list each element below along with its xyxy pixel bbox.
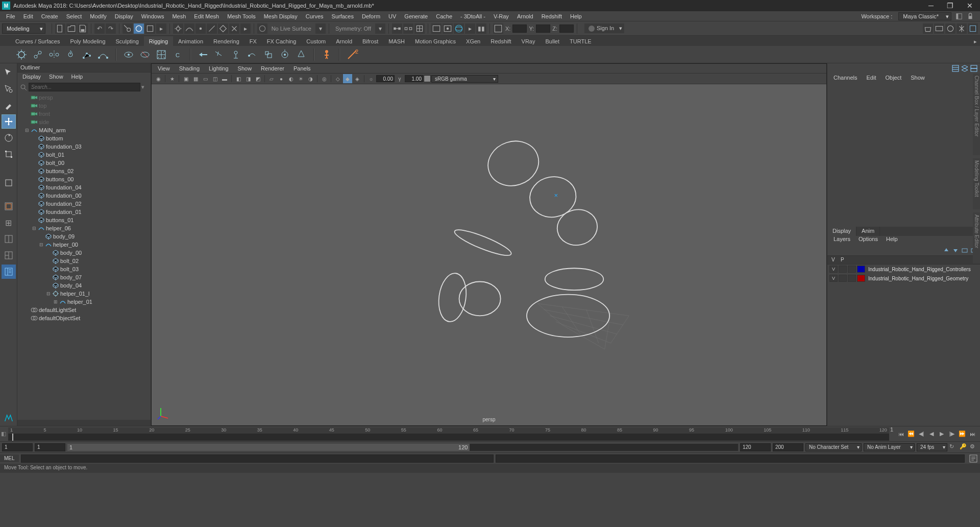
select-by-component-icon[interactable]	[145, 23, 155, 34]
snap-live-icon[interactable]	[229, 23, 239, 34]
constraint-orient-icon[interactable]	[245, 47, 259, 62]
hypershade-icon[interactable]	[945, 23, 955, 34]
live-surface-icon[interactable]	[257, 23, 267, 34]
shelf-tab[interactable]: Curves / Surfaces	[10, 36, 65, 46]
outliner-item[interactable]: defaultLightSet	[17, 306, 151, 314]
menu-vray[interactable]: V-Ray	[489, 12, 513, 20]
horizontal-scrollbar[interactable]	[17, 420, 151, 426]
outliner-item[interactable]: ⊞helper_01	[17, 298, 151, 306]
resolution-gate-icon[interactable]: ◫	[210, 74, 219, 83]
shelf-tab[interactable]: Bullet	[541, 36, 565, 46]
scale-tool-icon[interactable]	[2, 147, 16, 161]
close-button[interactable]: ✕	[964, 2, 976, 10]
layout-three-icon[interactable]	[2, 248, 16, 262]
outliner-item[interactable]: foundation_03	[17, 142, 151, 151]
script-editor-icon[interactable]	[969, 454, 978, 463]
outliner-item[interactable]: bolt_02	[17, 257, 151, 265]
menu-display[interactable]: Display	[111, 12, 137, 20]
menu-3dtoall[interactable]: - 3DtoAll -	[456, 12, 489, 20]
outliner-item[interactable]: body_00	[17, 249, 151, 257]
shelf-tab[interactable]: MASH	[383, 36, 410, 46]
layer-type[interactable]	[848, 275, 856, 282]
shelf-tab[interactable]: FX Caching	[262, 36, 301, 46]
move-up-icon[interactable]	[942, 246, 950, 254]
layer-tab-anim[interactable]: Anim	[856, 227, 880, 236]
shelf-tab[interactable]: Animation	[173, 36, 208, 46]
outliner-item[interactable]: top	[17, 102, 151, 110]
quick-rig-icon[interactable]: 2	[345, 47, 359, 62]
bookmark-icon[interactable]: ★	[167, 74, 177, 83]
loop-icon[interactable]: ↻	[949, 443, 958, 451]
shelf-tab[interactable]: TURTLE	[565, 36, 597, 46]
minimize-button[interactable]: ─	[925, 2, 937, 10]
cb-menu-object[interactable]: Object	[881, 74, 905, 84]
menu-redshift[interactable]: Redshift	[537, 12, 566, 20]
vp-menu-renderer[interactable]: Renderer	[257, 65, 288, 71]
outliner-item[interactable]: bolt_03	[17, 265, 151, 273]
gamma-icon[interactable]: γ	[395, 74, 404, 83]
gate-mask-icon[interactable]: ▬	[220, 74, 229, 83]
camera-icon[interactable]: ▣	[181, 74, 190, 83]
shelf-tab[interactable]: Bifrost	[357, 36, 383, 46]
timeslider-track[interactable]: 1510152025303540455055606570758085909510…	[8, 427, 889, 440]
sidebar-toggle-icon[interactable]	[955, 13, 963, 20]
range-start-outer[interactable]	[2, 443, 33, 451]
script-lang[interactable]: MEL	[0, 454, 19, 462]
layer-visible[interactable]: V	[829, 275, 838, 282]
menu-create[interactable]: Create	[37, 12, 62, 20]
outliner-item[interactable]: defaultObjectSet	[17, 314, 151, 322]
layer-visible[interactable]: V	[829, 266, 838, 273]
smooth-shade-icon[interactable]: ●	[277, 74, 286, 83]
outliner-item[interactable]: front	[17, 110, 151, 118]
command-input[interactable]	[21, 454, 494, 463]
constraint-scale-icon[interactable]	[261, 47, 276, 62]
vp-menu-lighting[interactable]: Lighting	[205, 65, 233, 71]
outliner-item[interactable]: ⊟helper_01_l	[17, 290, 151, 298]
bg-color-swatch[interactable]	[424, 75, 431, 82]
shelf-tab[interactable]: Rendering	[208, 36, 244, 46]
goto-end-icon[interactable]: ⏭	[968, 429, 977, 439]
menu-cache[interactable]: Cache	[432, 12, 456, 20]
film-gate-icon[interactable]: ▭	[201, 74, 210, 83]
layer-color[interactable]	[857, 266, 865, 273]
render-pause-icon[interactable]: ▮▮	[476, 23, 486, 34]
open-scene-icon[interactable]	[66, 23, 77, 34]
constraint-pole-icon[interactable]	[294, 47, 308, 62]
step-back-key-icon[interactable]: ⏪	[906, 429, 916, 439]
outliner-item[interactable]: side	[17, 118, 151, 126]
shelf-tab[interactable]: Sculpting	[111, 36, 144, 46]
vp-menu-panels[interactable]: Panels	[289, 65, 315, 71]
fps-dropdown[interactable]: 24 fps	[917, 443, 947, 451]
y-input[interactable]	[536, 25, 550, 33]
image-plane-icon[interactable]: ▦	[191, 74, 200, 83]
outliner-menu-display[interactable]: Display	[19, 74, 44, 81]
step-fwd-icon[interactable]: |▶	[947, 429, 957, 439]
channelbox-icon[interactable]	[951, 64, 960, 73]
select-tool-icon[interactable]	[2, 65, 16, 80]
shelf-tab[interactable]: Arnold	[331, 36, 357, 46]
menu-editmesh[interactable]: Edit Mesh	[190, 12, 223, 20]
cluster-icon[interactable]: C	[170, 47, 185, 62]
module-dropdown[interactable]: Modeling	[2, 23, 45, 34]
menu-meshdisplay[interactable]: Mesh Display	[260, 12, 302, 20]
step-back-icon[interactable]: ◀|	[917, 429, 926, 439]
move-tool-icon[interactable]	[2, 114, 16, 129]
side-tab-channelbox[interactable]: Channel Box / Layer Editor	[973, 74, 980, 155]
lattice-icon[interactable]	[154, 47, 168, 62]
maximize-button[interactable]: ❐	[944, 2, 957, 10]
ik-handle-icon[interactable]	[80, 47, 94, 62]
outliner-item[interactable]: persp	[17, 93, 151, 102]
layer-type[interactable]	[848, 266, 856, 273]
new-scene-icon[interactable]	[55, 23, 65, 34]
layer-menu-options[interactable]: Options	[854, 236, 882, 245]
cb-menu-show[interactable]: Show	[906, 74, 929, 84]
xray-components-icon[interactable]: ◈	[353, 74, 362, 83]
outliner-item[interactable]: buttons_00	[17, 175, 151, 183]
ipr-render-icon[interactable]	[443, 23, 453, 34]
marketplace-icon[interactable]	[923, 23, 933, 34]
menu-deform[interactable]: Deform	[358, 12, 384, 20]
search-input[interactable]	[29, 83, 140, 91]
menu-curves[interactable]: Curves	[302, 12, 328, 20]
shelf-tab[interactable]: FX	[244, 36, 262, 46]
layer-playback[interactable]	[839, 275, 847, 282]
